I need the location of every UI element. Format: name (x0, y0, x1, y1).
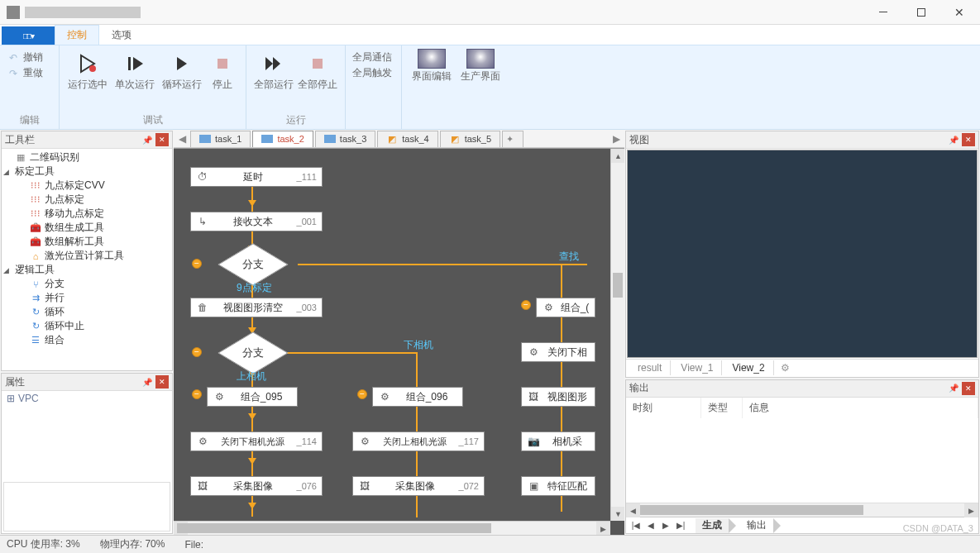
pin-icon[interactable]: 📌 (947, 382, 960, 395)
tree-item-logic[interactable]: 逻辑工具 (15, 263, 55, 277)
collapse-toggle[interactable]: − (357, 389, 367, 399)
node-capture-image-2[interactable]: 🖼采集图像_072 (352, 476, 485, 496)
view-canvas[interactable] (627, 150, 978, 358)
loop-run-button[interactable]: 循环运行 (160, 49, 203, 90)
tab-add[interactable]: ✦ (502, 131, 523, 147)
node-combine-96[interactable]: ⚙组合_096 (372, 387, 463, 407)
close-pane-icon[interactable]: ✕ (155, 133, 169, 146)
global-trigger-button[interactable]: 全局触发 (352, 66, 392, 80)
tab-control[interactable]: 控制 (55, 25, 99, 45)
step-run-button[interactable]: 单次运行 (113, 49, 157, 90)
node-combine-right[interactable]: ⚙组合_( (536, 298, 595, 317)
nav-first-icon[interactable]: |◀ (629, 521, 643, 530)
node-close-lower-light[interactable]: ⚙关闭下相机光源_114 (190, 431, 323, 451)
tree-item[interactable]: 数组生成工具 (45, 221, 104, 235)
tab-task4[interactable]: ◩task_4 (377, 131, 437, 147)
pin-icon[interactable]: 📌 (141, 133, 154, 146)
bottomtab-output[interactable]: 输出 (740, 518, 773, 533)
scroll-left-icon[interactable]: ◀ (626, 503, 640, 517)
canvas-scrollbar-vertical[interactable]: ▲ ▼ (610, 149, 624, 521)
tab-task1[interactable]: task_1 (190, 131, 251, 147)
tree-item[interactable]: 组合 (45, 333, 65, 347)
node-delay[interactable]: ⏱延时_111 (190, 167, 323, 187)
viewtab-result[interactable]: result (629, 360, 671, 375)
tree-item[interactable]: 九点标定CVV (45, 179, 105, 193)
tree-item[interactable]: 分支 (45, 277, 65, 291)
viewtab-settings-icon[interactable]: ⚙ (776, 362, 795, 374)
tab-task5[interactable]: ◩task_5 (440, 131, 500, 147)
node-feature-match[interactable]: ▣特征匹配 (521, 476, 595, 496)
tabs-scroll-left[interactable]: ◀ (174, 133, 190, 145)
nav-next-icon[interactable]: ▶ (659, 521, 672, 530)
tabs-scroll-right[interactable]: ▶ (608, 133, 624, 145)
nav-last-icon[interactable]: ▶| (674, 521, 687, 530)
node-branch-2[interactable]: 分支 (203, 335, 303, 371)
scroll-thumb[interactable] (613, 273, 623, 298)
node-close-lower-cam[interactable]: ⚙关闭下相 (521, 342, 595, 362)
bottomtab-generate[interactable]: 生成 (696, 518, 729, 533)
node-view-clear[interactable]: 🗑视图图形清空_003 (190, 298, 323, 317)
close-pane-icon[interactable]: ✕ (962, 133, 975, 146)
scroll-down-icon[interactable]: ▼ (611, 507, 624, 521)
node-combine-95[interactable]: ⚙组合_095 (207, 387, 298, 407)
tree-item[interactable]: 九点标定 (45, 193, 84, 207)
output-scrollbar[interactable]: ◀ ▶ (626, 503, 978, 517)
close-pane-icon[interactable]: ✕ (962, 382, 975, 395)
nav-prev-icon[interactable]: ◀ (644, 521, 657, 530)
ui-edit-button[interactable]: 界面编辑 (409, 49, 454, 82)
production-ui-button[interactable]: 生产界面 (457, 49, 503, 82)
tab-task3[interactable]: task_3 (315, 131, 375, 147)
scroll-thumb[interactable] (640, 505, 863, 515)
redo-button[interactable]: ↷重做 (7, 66, 43, 80)
node-branch-1[interactable]: 分支 (203, 246, 303, 283)
viewtab-view2[interactable]: View_2 (724, 360, 773, 375)
tab-options[interactable]: 选项 (99, 25, 144, 45)
caret-icon[interactable]: ◢ (3, 168, 12, 176)
col-time[interactable]: 时刻 (626, 398, 700, 418)
tree-item[interactable]: 数组解析工具 (45, 235, 104, 249)
viewtab-view1[interactable]: View_1 (672, 360, 722, 375)
stop-all-button[interactable]: 全部停止 (298, 49, 339, 90)
scroll-thumb[interactable] (177, 523, 491, 533)
tree-item[interactable]: 循环 (45, 305, 65, 319)
col-type[interactable]: 类型 (700, 398, 742, 418)
maximize-button[interactable] (902, 0, 940, 25)
tree-item[interactable]: 移动九点标定 (45, 207, 104, 221)
tab-task2[interactable]: task_2 (252, 131, 313, 147)
pin-icon[interactable]: 📌 (947, 133, 960, 146)
pin-icon[interactable]: 📌 (141, 375, 154, 389)
close-button[interactable]: ✕ (940, 0, 978, 25)
node-close-upper-light[interactable]: ⚙关闭上相机光源_117 (352, 431, 485, 451)
col-info[interactable]: 信息 (742, 398, 978, 418)
flowchart-canvas[interactable]: ⏱延时_111 ↳接收文本_001 − 分支 查找 9点标定 🗑视图图形清空_0… (174, 148, 624, 535)
scroll-right-icon[interactable]: ▶ (596, 522, 610, 535)
canvas-scrollbar-horizontal[interactable]: ◀ ▶ (174, 521, 610, 535)
collapse-toggle[interactable]: − (192, 347, 202, 357)
node-capture-image-1[interactable]: 🖼采集图像_076 (190, 476, 323, 496)
tree-item[interactable]: 激光位置计算工具 (45, 249, 124, 263)
tree-item-qrcode[interactable]: 二维码识别 (30, 150, 79, 164)
scroll-right-icon[interactable]: ▶ (964, 503, 978, 517)
caret-icon[interactable]: ◢ (3, 266, 12, 274)
app-menu[interactable]: □□ ▾ (2, 26, 55, 45)
global-comm-button[interactable]: 全局通信 (352, 50, 392, 64)
collapse-toggle[interactable]: − (192, 389, 202, 399)
tree-item[interactable]: 并行 (45, 291, 65, 305)
expand-icon[interactable]: ⊞ (7, 393, 15, 404)
node-receive-text[interactable]: ↳接收文本_001 (190, 212, 323, 231)
tree-item[interactable]: 循环中止 (45, 319, 84, 333)
collapse-toggle[interactable]: − (521, 300, 531, 310)
minimize-button[interactable] (864, 0, 902, 25)
run-selected-button[interactable]: 运行选中 (66, 49, 110, 90)
close-pane-icon[interactable]: ✕ (155, 375, 169, 389)
node-camera-capture[interactable]: 📷相机采 (521, 431, 595, 451)
undo-button[interactable]: ↶撤销 (7, 50, 43, 64)
run-all-button[interactable]: 全部运行 (253, 49, 294, 90)
collapse-toggle[interactable]: − (192, 259, 202, 269)
node-view-shape[interactable]: 🖼视图图形 (521, 387, 595, 407)
tree-item-calib[interactable]: 标定工具 (15, 164, 55, 179)
stop-button[interactable]: 停止 (207, 49, 239, 90)
attr-vpc[interactable]: VPC (18, 393, 39, 404)
toolbox-tree[interactable]: ▦二维码识别 ◢标定工具 ⁝⁝⁝九点标定CVV ⁝⁝⁝九点标定 ⁝⁝⁝移动九点标… (2, 149, 172, 349)
scroll-up-icon[interactable]: ▲ (611, 149, 624, 163)
